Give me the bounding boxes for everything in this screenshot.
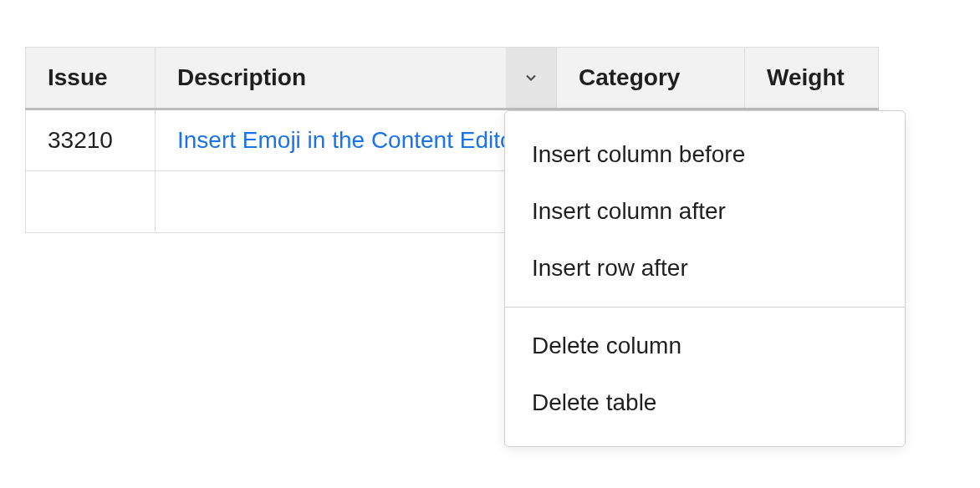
cell-description[interactable] (156, 171, 557, 233)
issue-link[interactable]: Insert Emoji in the Content Editor (177, 127, 534, 154)
column-header-issue[interactable]: Issue (26, 48, 156, 109)
cell-issue-value: 33210 (48, 127, 113, 153)
column-header-description[interactable]: Description (156, 48, 557, 109)
column-header-issue-label: Issue (48, 64, 108, 90)
menu-item-insert-column-after[interactable]: Insert column after (505, 183, 905, 240)
column-header-category[interactable]: Category (557, 48, 745, 109)
menu-item-delete-column[interactable]: Delete column (505, 318, 905, 374)
menu-divider (505, 307, 905, 308)
menu-item-label: Delete table (532, 389, 656, 415)
column-context-menu: Insert column before Insert column after… (504, 110, 906, 447)
cell-description[interactable]: Insert Emoji in the Content Editor (156, 109, 557, 171)
menu-item-insert-column-before[interactable]: Insert column before (505, 126, 905, 183)
column-header-weight[interactable]: Weight (745, 48, 879, 109)
table-header-row: Issue Description Category Weight (26, 48, 879, 109)
column-header-category-label: Category (579, 64, 680, 90)
cell-issue[interactable] (26, 171, 156, 233)
menu-item-label: Insert column after (532, 198, 726, 224)
cell-issue[interactable]: 33210 (26, 109, 156, 171)
menu-item-label: Insert column before (532, 141, 745, 167)
chevron-down-icon (523, 69, 539, 86)
menu-item-insert-row-after[interactable]: Insert row after (505, 240, 905, 297)
menu-item-delete-table[interactable]: Delete table (505, 374, 905, 431)
column-header-description-label: Description (177, 64, 306, 90)
column-header-weight-label: Weight (767, 64, 845, 90)
menu-item-label: Insert row after (532, 255, 688, 281)
menu-item-label: Delete column (532, 333, 681, 358)
column-menu-button[interactable] (506, 48, 556, 108)
